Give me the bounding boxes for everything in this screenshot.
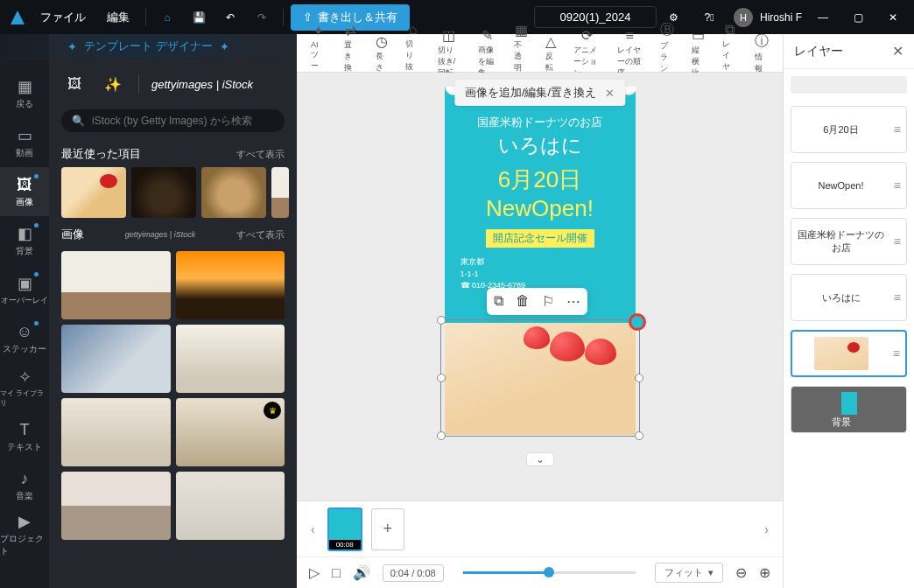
poster-sale-badge[interactable]: 開店記念セール開催 bbox=[486, 229, 594, 248]
redo-icon[interactable]: ↷ bbox=[248, 4, 276, 32]
layer-item[interactable]: 6月20日 ≡ bbox=[791, 106, 907, 153]
rail-sticker[interactable]: ☺ ステッカー bbox=[0, 314, 49, 363]
rail-back[interactable]: ▦ 戻る bbox=[0, 69, 49, 118]
menu-edit[interactable]: 編集 bbox=[98, 6, 138, 29]
context-close-icon[interactable]: ✕ bbox=[605, 87, 615, 100]
stock-thumb[interactable] bbox=[176, 251, 285, 319]
home-icon[interactable]: ⌂ bbox=[153, 4, 181, 32]
save-icon[interactable]: 💾 bbox=[185, 4, 213, 32]
layer-label: 背景 bbox=[832, 416, 851, 429]
drag-handle-icon[interactable]: ≡ bbox=[893, 346, 900, 360]
tool-長さ[interactable]: ◷長さ bbox=[369, 32, 395, 75]
undo-icon[interactable]: ↶ bbox=[216, 4, 244, 32]
stock-thumb[interactable] bbox=[61, 325, 171, 393]
stock-brand-label[interactable]: gettyimages | iStock bbox=[151, 78, 253, 91]
stock-search-input[interactable] bbox=[92, 115, 274, 127]
layer-item-selected[interactable]: ≡ bbox=[791, 330, 907, 377]
resize-handle[interactable] bbox=[635, 431, 643, 440]
timeline-next[interactable]: › bbox=[761, 522, 772, 536]
canvas-poster[interactable]: 国産米粉ドーナツのお店 いろはに 6月20日 NewOpen! 開店記念セール開… bbox=[445, 87, 636, 435]
notification-dot bbox=[34, 321, 39, 326]
rail-library[interactable]: ✧ マイ ライブラリ bbox=[0, 363, 49, 412]
layer-list: 6月20日 ≡ NewOpen! ≡ 国産米粉ドーナツのお店 ≡ いろはに ≡ … bbox=[784, 69, 914, 588]
drag-handle-icon[interactable]: ≡ bbox=[894, 178, 901, 192]
stock-thumb[interactable] bbox=[176, 325, 285, 393]
tool-反転[interactable]: △反転 bbox=[538, 32, 563, 75]
resize-handle[interactable] bbox=[635, 374, 643, 382]
rail-music[interactable]: ♪ 音楽 bbox=[0, 461, 49, 510]
drag-handle-icon[interactable]: ≡ bbox=[894, 234, 901, 248]
rail-label: ステッカー bbox=[3, 343, 46, 355]
window-minimize-icon[interactable]: — bbox=[809, 4, 837, 32]
layer-label: いろはに bbox=[822, 291, 861, 304]
poster-title[interactable]: いろはに bbox=[445, 132, 636, 159]
layer-item-background[interactable]: 背景 bbox=[791, 386, 907, 433]
resize-handle[interactable] bbox=[635, 316, 643, 325]
image-source-icon[interactable]: 🖼 bbox=[61, 73, 88, 95]
timeline-page-thumb[interactable]: 00:08 bbox=[327, 508, 362, 551]
layer-item[interactable]: いろはに ≡ bbox=[791, 274, 907, 321]
playback-knob[interactable] bbox=[544, 567, 554, 578]
rail-video[interactable]: ▭ 動画 bbox=[0, 118, 49, 167]
bookmark-icon[interactable]: ⚐ bbox=[542, 293, 554, 310]
poster-addr1: 東京都 bbox=[461, 256, 636, 269]
delete-icon[interactable]: 🗑 bbox=[516, 293, 530, 310]
timeline-add-page[interactable]: + bbox=[371, 508, 404, 550]
zoom-out-icon[interactable]: ⊖ bbox=[735, 564, 747, 581]
poster-subtitle[interactable]: 国産米粉ドーナツのお店 bbox=[445, 115, 636, 130]
rail-project[interactable]: ▶ プロジェクト bbox=[0, 510, 49, 559]
fit-selector[interactable]: フィット ▾ bbox=[655, 563, 723, 583]
recent-thumb[interactable] bbox=[271, 167, 289, 218]
tool-icon: ⇄ bbox=[345, 22, 356, 38]
drag-handle-icon[interactable]: ≡ bbox=[894, 290, 901, 304]
more-icon[interactable]: ⋯ bbox=[566, 293, 580, 310]
stock-thumb[interactable] bbox=[176, 472, 285, 540]
timeline-prev[interactable]: ‹ bbox=[307, 522, 319, 536]
layers-close-icon[interactable]: ✕ bbox=[892, 43, 903, 60]
rail-image[interactable]: 🖼 画像 bbox=[0, 167, 49, 216]
sub-brand: gettyimages | iStock bbox=[125, 230, 195, 239]
poster-image[interactable] bbox=[445, 323, 636, 435]
images-view-all[interactable]: すべて表示 bbox=[236, 228, 285, 242]
zoom-in-icon[interactable]: ⊕ bbox=[759, 564, 770, 581]
rail-overlay[interactable]: ▣ オーバーレイ bbox=[0, 265, 49, 314]
rail-label: テキスト bbox=[7, 441, 42, 453]
ai-image-icon[interactable]: ✨ bbox=[100, 73, 126, 95]
tool-label: 長さ bbox=[376, 51, 388, 74]
poster-newopen[interactable]: NewOpen! bbox=[445, 195, 636, 222]
tool-情報[interactable]: ⓘ情報 bbox=[748, 31, 776, 76]
menu-file[interactable]: ファイル bbox=[32, 6, 95, 29]
recent-thumb[interactable] bbox=[201, 167, 266, 218]
poster-contact[interactable]: 東京都 1-1-1 ☎ 010-2345-6789 bbox=[461, 256, 636, 292]
stop-icon[interactable]: □ bbox=[332, 565, 341, 581]
recent-view-all[interactable]: すべて表示 bbox=[236, 148, 285, 161]
drag-handle-icon[interactable]: ≡ bbox=[894, 122, 901, 136]
stock-thumb[interactable] bbox=[61, 398, 171, 466]
poster-date[interactable]: 6月20日 bbox=[445, 164, 636, 195]
poster-addr2: 1-1-1 bbox=[461, 269, 636, 281]
play-icon[interactable]: ▷ bbox=[309, 564, 320, 581]
window-close-icon[interactable]: ✕ bbox=[879, 4, 907, 32]
recent-thumb[interactable] bbox=[61, 167, 126, 218]
duplicate-icon[interactable]: ⧉ bbox=[494, 293, 503, 310]
stock-thumb[interactable]: ♛ bbox=[176, 398, 285, 466]
timeline: ‹ 00:08 + › bbox=[297, 500, 783, 556]
stock-thumb[interactable] bbox=[61, 251, 171, 319]
recent-thumb[interactable] bbox=[131, 167, 196, 218]
app-logo-icon[interactable] bbox=[7, 7, 28, 28]
expand-down-handle[interactable]: ⌄ bbox=[526, 452, 554, 466]
volume-icon[interactable]: 🔊 bbox=[353, 564, 370, 581]
rail-label: 背景 bbox=[16, 245, 33, 257]
chevron-down-icon: ▾ bbox=[708, 567, 714, 578]
window-maximize-icon[interactable]: ▢ bbox=[844, 4, 872, 32]
canvas-stage-wrap[interactable]: 国産米粉ドーナツのお店 いろはに 6月20日 NewOpen! 開店記念セール開… bbox=[297, 73, 783, 500]
rail-text[interactable]: T テキスト bbox=[0, 412, 49, 461]
stock-thumb[interactable] bbox=[61, 472, 171, 540]
layer-item[interactable]: NewOpen! ≡ bbox=[791, 162, 907, 209]
layer-item[interactable] bbox=[791, 76, 907, 94]
stock-search-box[interactable]: 🔍 bbox=[61, 109, 285, 132]
playback-slider[interactable] bbox=[463, 571, 636, 574]
notification-dot bbox=[34, 174, 39, 178]
layer-item[interactable]: 国産米粉ドーナツのお店 ≡ bbox=[791, 218, 907, 265]
rail-background[interactable]: ◧ 背景 bbox=[0, 216, 49, 265]
